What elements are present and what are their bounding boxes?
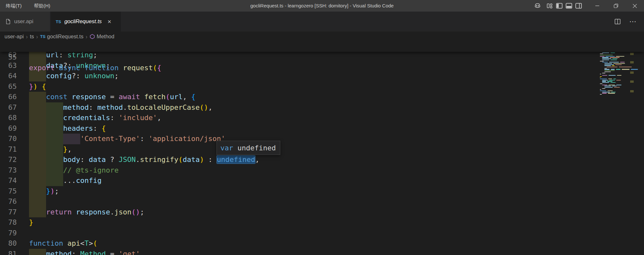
code-token: function — [29, 239, 63, 247]
close-tab-icon[interactable]: × — [108, 18, 111, 25]
copilot-icon[interactable] — [533, 0, 542, 12]
line-number: 73 — [0, 165, 17, 176]
minimap-line-mark — [607, 67, 618, 67]
breadcrumb: user-api › ts › TS gocliRequest.ts › Met… — [0, 32, 644, 41]
minimap-line-mark — [616, 85, 621, 85]
sticky-scroll-line[interactable]: 55 export async function request({ — [0, 41, 644, 52]
toggle-primary-sidebar-icon[interactable] — [554, 0, 564, 12]
code-token: , — [183, 93, 191, 101]
code-line[interactable]: 69 headers: { — [0, 123, 612, 134]
toggle-panel-icon[interactable] — [564, 0, 574, 12]
code-line[interactable]: 65}) { — [0, 81, 612, 92]
code-line[interactable]: 74 ...config — [0, 175, 612, 186]
menu-terminal[interactable]: 终端(T) — [5, 2, 23, 10]
line-number: 70 — [0, 134, 17, 144]
minimap-line-mark — [604, 70, 615, 71]
code-token: } — [29, 82, 33, 90]
overview-ruler-mark — [630, 71, 634, 74]
breadcrumb-item-folder[interactable]: user-api — [5, 33, 24, 40]
code-line[interactable]: 68 credentials: 'include', — [0, 113, 612, 123]
minimap-line-mark — [602, 60, 609, 60]
code-token: { — [191, 93, 195, 101]
minimap-line-mark — [600, 77, 601, 78]
minimap-line-mark — [609, 80, 615, 80]
line-number: 81 — [0, 249, 17, 255]
tab-bar: user.api TS gocliRequest.ts × ⋯ — [0, 12, 644, 32]
code-token: await — [119, 93, 140, 101]
code-line[interactable]: 79 — [0, 228, 612, 239]
breadcrumb-item-file[interactable]: TS gocliRequest.ts — [40, 33, 83, 40]
code-token: var — [220, 144, 233, 152]
minimap[interactable] — [600, 41, 631, 255]
editor-code-area[interactable]: 62 url: string;63 data?: unknown;64 conf… — [0, 41, 644, 255]
chevron-right-icon: › — [26, 33, 28, 40]
code-token — [29, 114, 63, 122]
line-number: 66 — [0, 92, 17, 102]
menu-help[interactable]: 帮助(H) — [33, 2, 52, 10]
code-line[interactable]: 76 — [0, 196, 612, 207]
code-line[interactable]: 66 const response = await fetch(url, { — [0, 92, 612, 102]
code-token: ) — [200, 156, 204, 164]
code-line[interactable]: 72 body: data ? JSON.stringify(data) : u… — [0, 155, 612, 165]
more-actions-icon[interactable]: ⋯ — [629, 17, 636, 26]
code-token: } — [46, 187, 50, 195]
close-window-button[interactable] — [625, 0, 644, 12]
code-line[interactable]: 70 'Content-Type': 'application/json' — [0, 134, 612, 144]
code-token — [119, 64, 123, 72]
line-number: 55 — [0, 52, 17, 62]
chevron-right-icon: › — [36, 33, 38, 40]
minimap-line-mark — [609, 85, 615, 85]
code-token: 'application/json' — [149, 135, 225, 143]
minimap-line-mark — [604, 86, 611, 86]
customize-layout-icon[interactable] — [545, 0, 554, 12]
line-number: 71 — [0, 144, 17, 155]
typescript-icon: TS — [40, 34, 45, 39]
minimap-line-mark — [606, 56, 615, 57]
minimap-line-mark — [616, 56, 624, 57]
code-line[interactable]: 75 }); — [0, 186, 612, 197]
sticky-code: export async function request({ — [29, 62, 161, 73]
menu-bar: 终端(T) 帮助(H) — [5, 0, 52, 12]
minimap-line-mark — [602, 92, 610, 92]
breadcrumb-item-folder[interactable]: ts — [30, 33, 34, 40]
code-token — [29, 156, 63, 164]
code-token: method — [63, 103, 89, 111]
code-token — [29, 208, 46, 216]
code-line[interactable]: 73 // @ts-ignore — [0, 165, 612, 176]
minimap-line-mark — [604, 71, 611, 72]
minimize-button[interactable] — [588, 0, 607, 12]
code-token: config — [76, 176, 101, 184]
split-editor-icon[interactable] — [614, 18, 621, 25]
minimap-line-mark — [600, 89, 601, 90]
minimap-line-mark — [602, 88, 605, 89]
code-token: url — [46, 51, 59, 59]
tab-user-api[interactable]: user.api — [0, 12, 50, 32]
code-token — [29, 103, 63, 111]
code-line[interactable]: 77 return response.json(); — [0, 207, 612, 218]
code-token — [29, 176, 63, 184]
breadcrumb-item-symbol[interactable]: Method — [90, 33, 114, 40]
minimap-line-mark — [616, 80, 621, 80]
minimap-line-mark — [602, 93, 607, 93]
code-token — [72, 208, 76, 216]
code-line[interactable]: 67 method: method.toLocaleUpperCase(), — [0, 102, 612, 113]
code-line[interactable]: 78} — [0, 217, 612, 228]
minimap-line-mark — [614, 87, 620, 88]
minimap-line-mark — [602, 58, 611, 59]
code-token: : — [72, 250, 80, 255]
minimap-line-mark — [620, 62, 625, 62]
code-line[interactable]: 80function api<T>( — [0, 238, 612, 249]
code-line[interactable]: 81 method: Method = 'get' — [0, 249, 612, 255]
code-token: { — [157, 64, 161, 72]
minimap-line-mark — [602, 75, 607, 76]
code-line[interactable]: 71 }, — [0, 144, 612, 155]
code-token: < — [80, 239, 84, 247]
restore-button[interactable] — [607, 0, 625, 12]
code-token: fetch — [144, 93, 166, 101]
code-token: : — [140, 135, 149, 143]
toggle-secondary-sidebar-icon[interactable] — [574, 0, 583, 12]
code-token: credentials — [63, 114, 110, 122]
tab-goclirequest[interactable]: TS gocliRequest.ts × — [51, 12, 121, 32]
minimap-line-mark — [608, 90, 613, 91]
minimap-line-mark — [604, 87, 613, 88]
